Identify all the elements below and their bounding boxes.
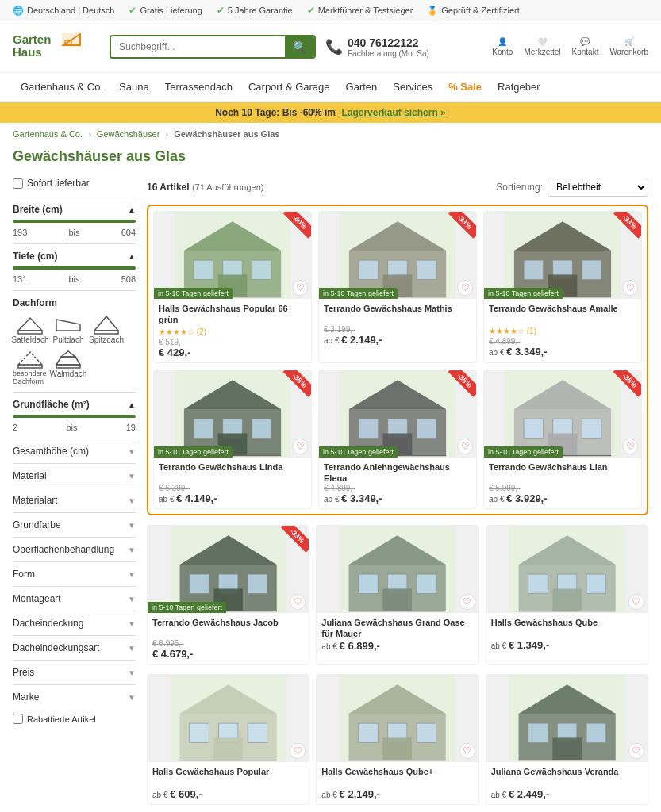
spitzdach-icon: [91, 313, 121, 335]
filter-collapsed-oberflächenbehandlung[interactable]: Oberflächenbehandlung▼: [13, 537, 136, 561]
svg-marker-8: [94, 316, 118, 331]
phone-block: 📞 040 76122122 Fachberatung (Mo. Sa): [325, 36, 429, 58]
sofort-checkbox[interactable]: [13, 178, 23, 189]
price-value: € 4.679,-: [152, 648, 193, 660]
svg-rect-84: [586, 574, 605, 593]
wishlist-button[interactable]: ♡: [292, 439, 308, 454]
svg-rect-108: [586, 723, 605, 742]
product-info: Juliana Gewächshaus Veranda ab € € 2.449…: [486, 762, 648, 804]
product-price: ab € € 2.449,-: [491, 788, 643, 800]
nav-item-gartenhaus[interactable]: Gartenhaus & Co.: [13, 73, 111, 101]
product-stars: ★★★★☆ (2): [159, 327, 306, 336]
phone-subtitle: Fachberatung (Mo. Sa): [348, 49, 429, 58]
breadcrumb-sep-2: ›: [165, 129, 171, 139]
roof-spitzdach[interactable]: Spitzdach: [89, 313, 124, 344]
search-box[interactable]: 🔍: [110, 35, 316, 59]
product-image: in 5-10 Tagen geliefert -35% ♡: [154, 370, 311, 458]
nav-item-carport[interactable]: Carport & Garage: [240, 73, 338, 101]
collapsed-arrow-icon: ▼: [128, 496, 136, 505]
kontakt-button[interactable]: 💬 Kontakt: [572, 37, 599, 56]
delivery-badge: in 5-10 Tagen geliefert: [484, 288, 563, 299]
merkzettel-button[interactable]: 🤍 Merkzettel: [524, 37, 560, 56]
logo[interactable]: Garten Haus: [13, 29, 100, 64]
wishlist-button[interactable]: ♡: [457, 439, 473, 454]
rabattierte-checkbox[interactable]: [13, 714, 23, 724]
wishlist-button[interactable]: ♡: [622, 280, 638, 296]
sort-label: Sortierung:: [496, 182, 543, 193]
wishlist-button[interactable]: ♡: [622, 439, 638, 454]
filter-collapsed-form[interactable]: Form▼: [13, 561, 136, 586]
sofort-lieferbar-filter[interactable]: Sofort lieferbar: [13, 178, 136, 189]
nav-item-sauna[interactable]: Sauna: [111, 73, 157, 101]
product-card[interactable]: in 5-10 Tagen geliefert -35% ♡ Terrando …: [318, 370, 477, 510]
product-card[interactable]: ♡ Juliana Gewächshaus Veranda ab € € 2.4…: [486, 674, 648, 805]
delivery-badge: in 5-10 Tagen geliefert: [148, 602, 226, 613]
filter-collapsed-marke[interactable]: Marke▼: [13, 684, 136, 709]
product-card[interactable]: ♡ Juliana Gewächshaus Grand Oase für Mau…: [316, 525, 478, 665]
product-card[interactable]: in 5-10 Tagen geliefert -40% ♡ Halls Gew…: [153, 211, 312, 363]
nav-item-services[interactable]: Services: [385, 73, 440, 101]
wishlist-button[interactable]: ♡: [459, 594, 475, 610]
roof-besondere[interactable]: besondere Dachform: [13, 347, 48, 385]
svg-rect-85: [552, 589, 582, 611]
rabattierte-artikel-filter[interactable]: Rabattierte Artikel: [13, 714, 136, 724]
filter-collapsed-preis[interactable]: Preis▼: [13, 660, 136, 684]
topbar-item-country[interactable]: 🌐 Deutschland | Deutsch: [13, 6, 114, 16]
filter-collapsed-materialart[interactable]: Materialart▼: [13, 488, 136, 512]
product-card[interactable]: in 5-10 Tagen geliefert -33% ♡ Terrando …: [318, 211, 477, 363]
wishlist-button[interactable]: ♡: [292, 280, 308, 296]
svg-rect-11: [18, 365, 42, 368]
wishlist-button[interactable]: ♡: [457, 280, 473, 296]
filter-collapsed-montageart[interactable]: Montageart▼: [13, 586, 136, 611]
filter-tiefe-header[interactable]: Tiefe (cm) ▲: [13, 251, 136, 262]
discount-badge: -33%: [281, 526, 309, 553]
filter-grundflaeche-header[interactable]: Grundfläche (m²) ▲: [13, 399, 136, 410]
nav-item-ratgeber[interactable]: Ratgeber: [490, 73, 548, 101]
svg-rect-28: [417, 260, 436, 279]
svg-rect-90: [190, 723, 209, 742]
breite-range-fill: [13, 220, 136, 223]
product-grid-1: in 5-10 Tagen geliefert -33% ♡ Terrando …: [147, 525, 648, 665]
product-name: Juliana Gewächshaus Veranda: [491, 766, 643, 788]
roof-pultdach[interactable]: Pultdach: [51, 313, 86, 344]
product-card[interactable]: in 5-10 Tagen geliefert -33% ♡ Terrando …: [483, 211, 642, 363]
product-card[interactable]: in 5-10 Tagen geliefert -33% ♡ Terrando …: [147, 525, 309, 665]
roof-walmdach[interactable]: Walmdach: [51, 347, 86, 385]
product-image: in 5-10 Tagen geliefert -33% ♡: [319, 212, 476, 299]
search-input[interactable]: [111, 36, 285, 57]
sort-select[interactable]: BeliebtheitPreis aufsteigendPreis abstei…: [548, 178, 648, 197]
delivery-badge: in 5-10 Tagen geliefert: [484, 446, 563, 458]
filter-collapsed-material[interactable]: Material▼: [13, 463, 136, 488]
product-card[interactable]: ♡ Halls Gewächshaus Qube ab € € 1.349,-: [486, 525, 648, 665]
konto-button[interactable]: 👤 Konto: [492, 37, 513, 56]
breadcrumb-item-2[interactable]: Gewächshäuser: [97, 129, 160, 139]
filter-collapsed-gesamthöhe-(cm)[interactable]: Gesamthöhe (cm)▼: [13, 439, 136, 463]
product-card[interactable]: ♡ Halls Gewächshaus Popular ab € € 609,-: [147, 674, 309, 805]
filter-collapsed-dacheindeckung[interactable]: Dacheindeckung▼: [13, 611, 136, 635]
price-value: € 2.149,-: [340, 788, 380, 800]
grundflaeche-range-bar: [13, 415, 136, 418]
nav-item-garten[interactable]: Garten: [338, 73, 386, 101]
roof-satteldach[interactable]: Satteldach: [13, 313, 48, 344]
wishlist-button[interactable]: ♡: [459, 743, 475, 759]
filter-collapsed-grundfarbe[interactable]: Grundfarbe▼: [13, 512, 136, 537]
sort-row: Sortierung: BeliebtheitPreis aufsteigend…: [496, 178, 648, 197]
search-button[interactable]: 🔍: [285, 36, 314, 57]
filter-collapsed-dacheindeckungsart[interactable]: Dacheindeckungsart▼: [13, 635, 136, 660]
discount-badge: -35%: [283, 370, 311, 397]
filter-breite-header[interactable]: Breite (cm) ▲: [13, 204, 136, 215]
promo-link[interactable]: Lagerverkauf sichern »: [341, 107, 445, 118]
svg-rect-36: [582, 260, 601, 279]
filter-dachform-header[interactable]: Dachform: [13, 297, 136, 308]
warenkorb-button[interactable]: 🛒 Warenkorb: [609, 37, 648, 56]
product-card[interactable]: in 5-10 Tagen geliefert -35% ♡ Terrando …: [153, 370, 312, 510]
svg-marker-13: [61, 351, 75, 357]
page-title: Gewächshäuser aus Glas: [13, 148, 648, 165]
svg-rect-58: [524, 419, 543, 438]
product-card[interactable]: in 5-10 Tagen geliefert -35% ♡ Terrando …: [483, 370, 642, 510]
breadcrumb-item-1[interactable]: Gartenhaus & Co.: [13, 129, 83, 139]
product-card[interactable]: ♡ Halls Gewächshaus Qube+ ab € € 2.149,-: [316, 674, 478, 805]
nav-item-sale[interactable]: % Sale: [440, 73, 490, 101]
nav-item-terrassendach[interactable]: Terrassendach: [157, 73, 240, 101]
price-value: € 2.449,-: [509, 788, 549, 800]
